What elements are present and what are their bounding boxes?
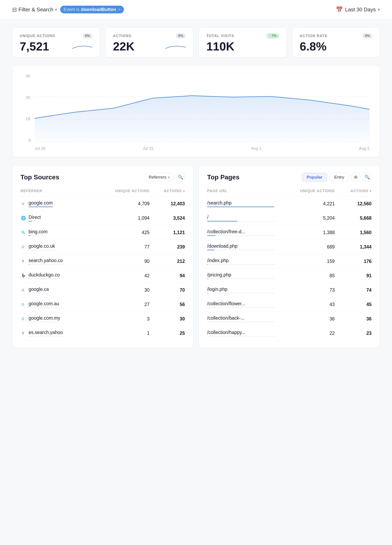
stat-value-row: 110K [206, 41, 279, 52]
page-url: /search.php [207, 200, 274, 206]
page-url: /pricing.php [207, 272, 274, 278]
stat-card-header: UNIQUE ACTIONS 0% [20, 33, 93, 38]
unique-actions-value: 1,094 [92, 211, 149, 225]
source-icon: 🌐 [20, 215, 26, 221]
unique-actions-value: 1,388 [274, 225, 335, 240]
referrer-cell: G google.com.au [20, 297, 92, 312]
stat-label: ACTIONS [113, 34, 131, 38]
stat-label: UNIQUE ACTIONS [20, 34, 55, 38]
col-unique-actions: UNIQUE ACTIONS [274, 187, 335, 197]
source-icon: G [20, 287, 26, 293]
event-tag-close-icon[interactable]: × [118, 7, 121, 12]
stat-value: 7,521 [20, 41, 49, 52]
actions-value: 45 [335, 297, 372, 312]
stat-card-action-rate: ACTION RATE 0% 6.8% [292, 27, 380, 57]
badge-arrow: ↑ [269, 34, 271, 38]
globe-icon: ⊕ [354, 174, 358, 180]
top-sources-title: Top Sources [20, 173, 59, 181]
referrer-name: google.ca [29, 287, 49, 292]
tab-popular[interactable]: Popular [302, 173, 327, 181]
col-referrer: REFERRER [20, 187, 92, 197]
stat-badge: 0% [82, 33, 93, 38]
actions-value: 239 [149, 240, 185, 254]
stat-label: ACTION RATE [300, 34, 328, 38]
badge-value: 7% [272, 34, 277, 38]
referrer-cell: 🦆 duckduckgo.co [20, 269, 92, 283]
unique-actions-value: 4,709 [92, 197, 149, 211]
page-url: /download.php [207, 243, 274, 249]
page-url-cell: /search.php [207, 197, 274, 211]
event-tag-label: Event is [63, 7, 79, 12]
page-url-cell: /pricing.php [207, 269, 274, 283]
referrer-cell: Y es.search.yahoo [20, 326, 92, 341]
svg-text:G: G [22, 202, 24, 205]
sources-table: REFERRER UNIQUE ACTIONS ACTIONS ▾ G goog… [20, 187, 185, 341]
unique-actions-value: 43 [274, 297, 335, 312]
table-row: G google.com 4,709 12,403 [20, 197, 185, 211]
bottom-section: Top Sources Referrers ▾ 🔍 REFERRER UNIQU… [0, 165, 392, 360]
actions-value: 36 [335, 312, 372, 326]
referrer-cell: G google.co.uk [20, 240, 92, 254]
table-row: 🌐 Direct 1,094 3,524 [20, 211, 185, 225]
unique-actions-value: 1 [92, 326, 149, 341]
svg-text:G: G [22, 288, 24, 292]
chart-y-labels: 3K 2K 1K 0 [23, 74, 33, 143]
y-label-0: 0 [23, 138, 33, 143]
table-row: G google.ca 30 70 [20, 283, 185, 297]
stat-card-unique-actions: UNIQUE ACTIONS 0% 7,521 [12, 27, 100, 57]
unique-actions-value: 77 [92, 240, 149, 254]
pages-globe-button[interactable]: ⊕ [351, 173, 360, 182]
event-filter-tag[interactable]: Event is downloadButton × [60, 6, 124, 13]
stat-cards: UNIQUE ACTIONS 0% 7,521 ACTIONS 0% 22K T… [0, 19, 392, 62]
search-pages-button[interactable]: 🔍 [363, 173, 372, 182]
chart-x-labels: Jul 30 Jul 31 Aug 1 Aug 2 [35, 143, 369, 151]
svg-text:Y: Y [22, 332, 24, 335]
top-pages-title: Top Pages [207, 173, 239, 181]
col-actions: ACTIONS ▾ [335, 187, 372, 197]
page-url: /collection/free-d... [207, 229, 274, 235]
stat-value-row: 7,521 [20, 41, 93, 52]
filter-search-button[interactable]: ⊟ Filter & Search ▾ [12, 6, 57, 13]
table-row: 🦆 duckduckgo.co 42 94 [20, 269, 185, 283]
unique-actions-value: 4,221 [274, 197, 335, 211]
actions-value: 5,668 [335, 211, 372, 225]
unique-actions-value: 36 [274, 312, 335, 326]
table-row: /collection/back-... 36 36 [207, 312, 372, 326]
search-icon: 🔍 [178, 174, 183, 180]
referrer-cell: 🌐 Direct [20, 211, 92, 225]
actions-value: 74 [335, 283, 372, 297]
table-row: G google.com.my 3 30 [20, 312, 185, 326]
referrer-cell: Y search.yahoo.co [20, 254, 92, 269]
svg-text:G: G [22, 303, 24, 306]
referrer-name: google.com [29, 200, 53, 206]
chart-inner: 3K 2K 1K 0 [23, 74, 369, 151]
page-url: /collection/back-... [207, 315, 274, 321]
source-icon: Y [20, 330, 26, 336]
stat-card-total-visits: TOTAL VISITS ↑ 7% 110K [199, 27, 286, 57]
actions-value: 70 [149, 283, 185, 297]
actions-value: 56 [149, 297, 185, 312]
unique-actions-value: 5,204 [274, 211, 335, 225]
filter-chevron-icon: ▾ [55, 7, 57, 12]
referrers-dropdown[interactable]: Referrers ▾ [145, 173, 174, 181]
svg-text:G: G [22, 245, 24, 249]
unique-actions-value: 689 [274, 240, 335, 254]
actions-value: 25 [149, 326, 185, 341]
unique-actions-value: 73 [274, 283, 335, 297]
top-sources-header: Top Sources Referrers ▾ 🔍 [20, 173, 185, 182]
page-url-cell: /collection/happy... [207, 326, 274, 341]
date-range-button[interactable]: 📅 Last 30 Days ▾ [336, 6, 380, 13]
table-row: /collection/free-d... 1,388 1,560 [207, 225, 372, 240]
table-row: bing.com 425 1,121 [20, 225, 185, 240]
tab-entry[interactable]: Entry [330, 173, 349, 181]
actions-value: 94 [149, 269, 185, 283]
sparkline [165, 43, 186, 50]
table-row: /search.php 4,221 12,560 [207, 197, 372, 211]
date-chevron-icon: ▾ [378, 7, 380, 12]
search-sources-button[interactable]: 🔍 [176, 173, 185, 182]
chart-svg [35, 74, 369, 143]
table-row: / 5,204 5,668 [207, 211, 372, 225]
actions-value: 212 [149, 254, 185, 269]
stat-card-actions: ACTIONS 0% 22K [106, 27, 193, 57]
unique-actions-value: 85 [274, 269, 335, 283]
